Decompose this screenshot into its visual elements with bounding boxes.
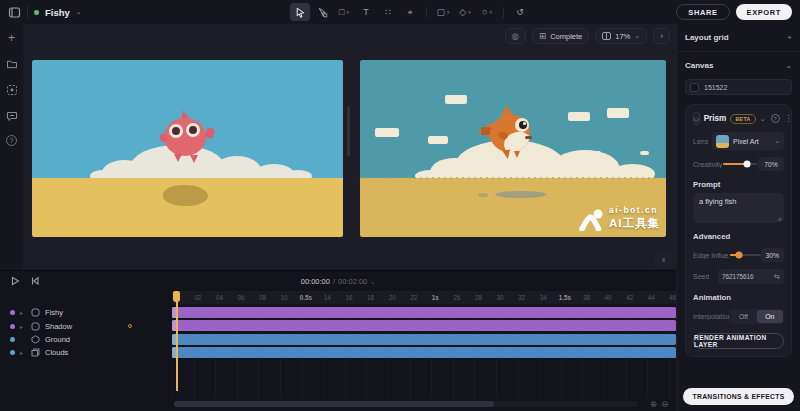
- canvas-frame-right[interactable]: ai-bot.cn AI工具集: [360, 60, 666, 237]
- canvas-color-input[interactable]: 151522: [685, 79, 792, 95]
- export-button[interactable]: EXPORT: [736, 4, 792, 20]
- track-bar-ground[interactable]: [172, 334, 676, 345]
- creativity-value[interactable]: 70%: [758, 157, 784, 171]
- complete-icon: ⊞: [539, 31, 546, 41]
- chevron-right-icon[interactable]: ▸: [20, 349, 26, 356]
- panel-toggle-button[interactable]: ›: [653, 28, 670, 44]
- interpolation-on-option[interactable]: On: [757, 310, 783, 323]
- ruler-label: 1.5s: [554, 291, 576, 304]
- canvas-controls: ◎ ⊞Complete 17%⌄ ›: [505, 28, 670, 44]
- prompt-value: a flying fish: [699, 197, 737, 206]
- app-window: Fishy ⌄ □▾ T ∷ ⌖ ▢▾ ◇▾ ○▾ ↺ SHARE EXPORT: [0, 0, 800, 411]
- right-panel: Layout grid + Canvas ⌄ 151522 ◇ Prism BE…: [676, 24, 800, 411]
- add-layout-grid-button[interactable]: +: [787, 33, 792, 42]
- pixel-grid-tool[interactable]: ∷: [378, 3, 398, 21]
- shape-diamond-tool[interactable]: ◇▾: [455, 3, 475, 21]
- chevron-right-icon: ›: [660, 31, 663, 41]
- ruler-label: 34: [533, 291, 555, 304]
- track-bar-shadow[interactable]: [172, 320, 676, 331]
- edge-influence-label: Edge Influe...: [693, 252, 730, 259]
- prompt-input[interactable]: a flying fish ◢: [693, 193, 784, 223]
- play-button[interactable]: [10, 276, 20, 286]
- focus-region-icon: ⌖: [407, 7, 412, 18]
- layer-color-dot: [10, 350, 15, 355]
- interpolation-off-option[interactable]: Off: [730, 310, 756, 323]
- watermark: ai-bot.cn AI工具集: [578, 205, 660, 231]
- shuffle-icon[interactable]: ⇆: [774, 273, 780, 281]
- kebab-menu-icon[interactable]: ⋮: [785, 114, 793, 123]
- zoom-out-icon[interactable]: ⊖: [661, 399, 668, 409]
- layer-row-ground[interactable]: Ground: [0, 333, 172, 346]
- focus-region-tool[interactable]: ⌖: [400, 3, 420, 21]
- edge-influence-value[interactable]: 30%: [761, 248, 784, 262]
- ruler-label: 10: [273, 291, 295, 304]
- comment-icon[interactable]: [5, 109, 18, 122]
- resize-handle-icon[interactable]: ◢: [777, 215, 781, 221]
- layer-row-shadow[interactable]: ▸ Shadow: [0, 319, 172, 332]
- slider-knob: [743, 161, 750, 168]
- color-swatch[interactable]: [690, 83, 699, 92]
- help-icon[interactable]: ?: [6, 135, 17, 146]
- chevron-right-icon[interactable]: ▸: [20, 323, 26, 330]
- divider: [503, 7, 504, 18]
- history-tool[interactable]: ↺: [510, 3, 530, 21]
- layer-list: ▸ Fishy ▸ Shadow Ground ▸ Cl: [0, 306, 172, 360]
- folder-icon[interactable]: [5, 57, 18, 70]
- lens-value: Pixel Art: [733, 138, 770, 145]
- layer-icon: [31, 308, 40, 317]
- help-icon[interactable]: ?: [771, 114, 780, 123]
- complete-button[interactable]: ⊞Complete: [532, 28, 589, 44]
- chevron-down-icon: ⌄: [634, 32, 640, 40]
- creativity-slider[interactable]: [723, 163, 757, 165]
- diamond-shape-icon: ◇: [459, 7, 466, 17]
- select-tool[interactable]: [290, 3, 310, 21]
- layer-row-clouds[interactable]: ▸ Clouds: [0, 346, 172, 359]
- track-bar-fishy[interactable]: [172, 307, 676, 318]
- seed-input[interactable]: 762175616 ⇆: [718, 269, 784, 284]
- layer-modified-indicator: [128, 324, 132, 328]
- ruler-label: 18: [360, 291, 382, 304]
- node-select-tool[interactable]: [312, 3, 332, 21]
- ruler-label: 42: [619, 291, 641, 304]
- lens-select[interactable]: Pixel Art ⌄: [712, 132, 784, 150]
- ruler-label: 14: [317, 291, 339, 304]
- zoom-control[interactable]: 17%⌄: [595, 28, 647, 44]
- frame-tool[interactable]: □▾: [334, 3, 354, 21]
- skip-to-start-button[interactable]: [30, 276, 40, 286]
- ruler-label: 20: [381, 291, 403, 304]
- layer-label: Fishy: [45, 308, 63, 317]
- chevron-down-icon[interactable]: ⌄: [76, 8, 82, 16]
- project-title[interactable]: Fishy: [45, 7, 70, 18]
- render-animation-layer-button[interactable]: RENDER ANIMATION LAYER: [693, 333, 784, 349]
- slider-knob: [736, 252, 743, 259]
- chevron-right-icon[interactable]: ▸: [20, 309, 26, 316]
- scrollbar-thumb[interactable]: [174, 401, 494, 407]
- layer-row-fishy[interactable]: ▸ Fishy: [0, 306, 172, 319]
- prism-icon: ◇: [693, 112, 700, 125]
- snapshot-button[interactable]: ◎: [505, 28, 526, 44]
- transitions-effects-button[interactable]: TRANSITIONS & EFFECTS: [683, 388, 794, 405]
- playhead-line[interactable]: [176, 291, 178, 391]
- edge-influence-slider[interactable]: [730, 254, 761, 256]
- track-bar-clouds[interactable]: [172, 347, 676, 358]
- frames-icon[interactable]: [5, 83, 18, 96]
- canvas-section-title: Canvas: [685, 61, 713, 70]
- seed-label: Seed: [693, 273, 709, 280]
- shape-rect-tool[interactable]: ▢▾: [433, 3, 453, 21]
- shape-lasso-tool[interactable]: ○▾: [477, 3, 497, 21]
- share-button[interactable]: SHARE: [676, 4, 729, 20]
- timecode-display[interactable]: 00:00:00 / 00:02:00 ⌄: [301, 277, 376, 286]
- chevron-down-icon[interactable]: ⌄: [760, 115, 766, 123]
- canvas-split-handle[interactable]: [347, 106, 350, 156]
- ruler-label: 44: [640, 291, 662, 304]
- app-logo-icon[interactable]: [8, 6, 21, 19]
- chevron-down-icon[interactable]: ⌄: [785, 61, 792, 70]
- add-icon[interactable]: +: [5, 31, 18, 44]
- timeline-ruler[interactable]: 02040608100.5s14161820221s26283032341.5s…: [172, 291, 676, 304]
- timeline-collapse-button[interactable]: «: [654, 250, 672, 268]
- zoom-in-icon[interactable]: ⊕: [650, 399, 657, 409]
- canvas-frame-left[interactable]: [32, 60, 343, 237]
- text-tool[interactable]: T: [356, 3, 376, 21]
- timeline-scrollbar[interactable]: [174, 401, 638, 407]
- lasso-shape-icon: ○: [482, 7, 487, 17]
